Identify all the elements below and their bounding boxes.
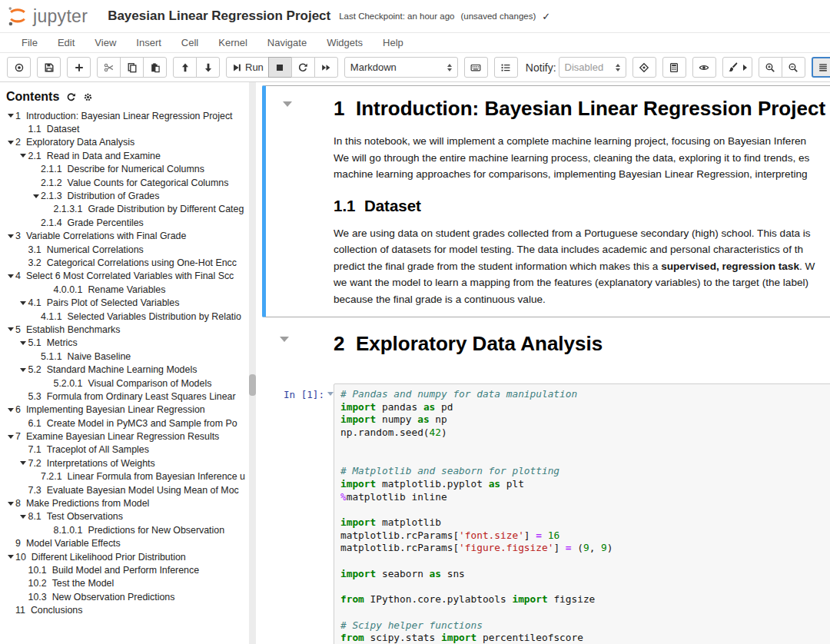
toc-collapse-caret-icon[interactable] [18,154,28,158]
move-up-button[interactable] [173,57,197,78]
toc-collapse-caret-icon[interactable] [18,515,28,519]
restart-run-all-button[interactable] [314,57,338,78]
code-editor[interactable]: # Pandas and numpy for data manipulation… [334,383,830,644]
markdown-cell-eda[interactable]: 2 Exploratory Data Analysis [262,320,830,378]
circle-dot-button[interactable] [7,57,31,78]
toc-toggle-button[interactable] [812,57,830,78]
jupyter-logo[interactable]: jupyter [8,5,88,27]
toc-item-7-2-1[interactable]: 7.2.1Linear Formula from Bayesian Infere… [0,470,257,483]
toc-collapse-caret-icon[interactable] [18,461,28,465]
toc-collapse-caret-icon[interactable] [18,341,28,345]
toc-item-6[interactable]: 6Implementing Bayesian Linear Regression [0,403,257,417]
toc-collapse-caret-icon[interactable] [5,408,15,412]
toc-item-2-1-2[interactable]: 2.1.2Value Counts for Categorical Column… [0,176,257,189]
menu-kernel[interactable]: Kernel [208,34,257,51]
toc-item-7[interactable]: 7Examine Bayesian Linear Regression Resu… [0,430,257,443]
toc-item-5-1[interactable]: 5.1Metrics [0,337,257,350]
toc-item-4-0-0-1[interactable]: 4.0.0.1Rename Variables [0,283,257,296]
toc-item-6-1[interactable]: 6.1Create Model in PyMC3 and Sample from… [0,417,257,430]
toc-item-1-1[interactable]: 1.1Dataset [0,122,257,135]
toc-collapse-caret-icon[interactable] [5,435,15,439]
toc-item-2-1-3-1[interactable]: 2.1.3.1Grade Distribution by Different C… [0,203,257,216]
keyboard-button[interactable] [464,57,488,78]
toc-item-5[interactable]: 5Establish Benchmarks [0,323,257,336]
toc-collapse-caret-icon[interactable] [5,141,15,144]
toc-item-3-2[interactable]: 3.2Categorical Correlations using One-Ho… [0,256,257,269]
toc-collapse-caret-icon[interactable] [18,301,28,305]
toc-item-8-1[interactable]: 8.1Test Observations [0,510,257,523]
toc-item-1[interactable]: 1Introduction: Bayesian Linear Regressio… [0,109,257,122]
stop-button[interactable] [268,57,292,78]
notebook-title[interactable]: Bayesian Linear Regression Project [108,8,330,24]
collapse-heading-caret-icon[interactable] [280,337,289,342]
toc-item-3-1[interactable]: 3.1Numerical Correlations [0,243,257,256]
menu-file[interactable]: File [12,34,48,51]
codefold-caret-icon[interactable] [327,392,334,396]
toc-item-7-1[interactable]: 7.1Traceplot of All Samples [0,443,257,456]
restart-button[interactable] [291,57,315,78]
calculator-button[interactable] [662,57,686,78]
toc-item-2-1-3[interactable]: 2.1.3Distribution of Grades [0,189,257,202]
toc-item-3[interactable]: 3Variable Correlations with Final Grade [0,230,257,243]
zoom-out-button[interactable] [782,57,805,78]
toc-collapse-caret-icon[interactable] [18,368,28,372]
toc-refresh-button[interactable] [66,92,76,102]
collapse-heading-caret-icon[interactable] [283,101,292,107]
toc-item-10[interactable]: 10Different Likelihood Prior Distributio… [0,550,257,563]
menu-widgets[interactable]: Widgets [317,34,373,51]
toc-item-11[interactable]: 11Conclusions [0,603,257,616]
menu-help[interactable]: Help [373,34,413,51]
move-down-button[interactable] [196,57,220,78]
toc-item-7-3[interactable]: 7.3Evaluate Bayesian Model Using Mean of… [0,483,257,496]
toc-item-4-1[interactable]: 4.1Pairs Plot of Selected Variables [0,296,257,309]
sidebar-scrollbar[interactable] [249,82,256,644]
toc-settings-button[interactable] [83,92,93,102]
toc-item-10-1[interactable]: 10.1Build Model and Perform Inference [0,563,257,576]
numbered-list-button[interactable] [494,57,518,78]
menu-view[interactable]: View [85,34,126,51]
toc-item-2-1-1[interactable]: 2.1.1Describe for Numerical Columns [0,163,257,176]
menu-edit[interactable]: Edit [48,34,85,51]
notify-select[interactable]: Disabled [559,57,626,78]
brush-button[interactable] [722,57,752,78]
toc-item-7-2[interactable]: 7.2Interpretations of Weights [0,456,257,470]
markdown-cell-introduction[interactable]: 1 Introduction: Bayesian Linear Regressi… [262,85,830,317]
copy-button[interactable] [120,57,144,78]
toc-collapse-caret-icon[interactable] [5,234,15,238]
toc-item-8[interactable]: 8Make Predictions from Model [0,496,257,510]
toc-item-2[interactable]: 2Exploratory Data Analysis [0,136,257,149]
cell-type-select[interactable]: Markdown [344,57,458,78]
toc-item-2-1-4[interactable]: 2.1.4Grade Percentiles [0,216,257,229]
toc-collapse-caret-icon[interactable] [5,555,15,559]
dataset-paragraph: We are using data on student grades coll… [334,225,830,308]
eye-button[interactable] [692,57,716,78]
toc-item-5-1-1[interactable]: 5.1.1Naive Baseline [0,350,257,363]
toc-item-10-3[interactable]: 10.3New Observation Predictions [0,590,257,603]
toc-item-4[interactable]: 4Select 6 Most Correlated Variables with… [0,270,257,283]
toc-collapse-caret-icon[interactable] [31,194,41,198]
toc-item-5-2[interactable]: 5.2Standard Machine Learning Models [0,363,257,376]
toc-collapse-caret-icon[interactable] [5,274,15,278]
toc-item-10-2[interactable]: 10.2Test the Model [0,577,257,590]
toc-item-9[interactable]: 9Model Variable Effects [0,537,257,550]
sidebar-scrollbar-thumb[interactable] [249,374,256,396]
toc-item-5-3[interactable]: 5.3Formula from Ordinary Least Squares L… [0,390,257,403]
toc-item-2-1[interactable]: 2.1Read in Data and Examine [0,149,257,162]
toc-item-5-2-0-1[interactable]: 5.2.0.1Visual Comparison of Models [0,377,257,390]
paste-button[interactable] [143,57,167,78]
save-button[interactable] [37,57,61,78]
zoom-in-button[interactable] [759,57,782,78]
move-button[interactable] [632,57,656,78]
cut-button[interactable] [97,57,121,78]
toc-collapse-caret-icon[interactable] [5,327,15,331]
run-button[interactable]: Run [226,57,269,78]
toc-item-8-1-0-1[interactable]: 8.1.0.1Predictions for New Observation [0,523,257,536]
menu-cell[interactable]: Cell [171,34,208,51]
toc-collapse-caret-icon[interactable] [5,114,15,118]
toc-item-4-1-1[interactable]: 4.1.1Selected Variables Distribution by … [0,310,257,323]
menu-insert[interactable]: Insert [126,34,171,51]
menu-navigate[interactable]: Navigate [257,34,317,51]
add-cell-button[interactable] [67,57,91,78]
code-cell-imports[interactable]: In [1]: # Pandas and numpy for data mani… [262,381,830,644]
toc-collapse-caret-icon[interactable] [5,502,15,506]
